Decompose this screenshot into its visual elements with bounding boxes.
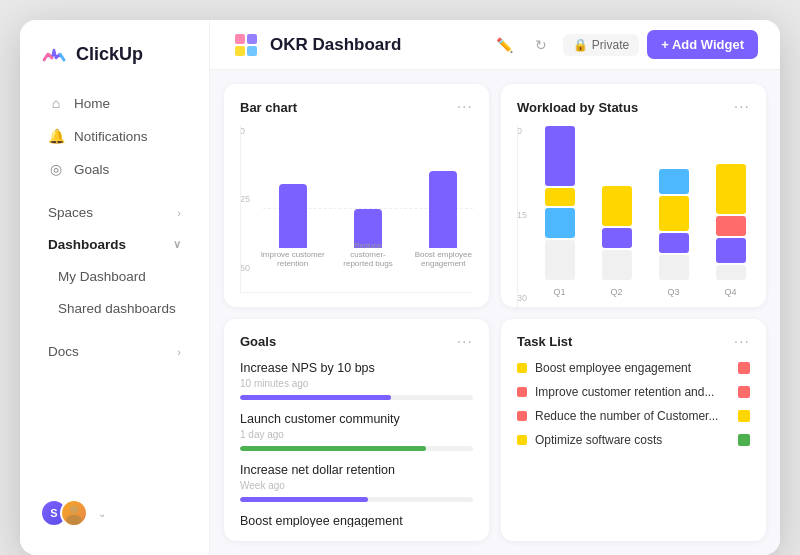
goal-item: Increase NPS by 10 bps10 minutes ago xyxy=(240,361,473,400)
workload-header: Workload by Status ··· xyxy=(517,98,750,116)
logo: ClickUp xyxy=(20,36,209,86)
bell-icon: 🔔 xyxy=(48,128,64,144)
task-name: Improve customer retention and... xyxy=(535,385,730,399)
goal-name: Increase NPS by 10 bps xyxy=(240,361,473,375)
chevron-down-icon: ∨ xyxy=(173,238,181,251)
stacked-segment xyxy=(545,126,575,186)
dashboard-grid-icon xyxy=(232,31,260,59)
task-item: Reduce the number of Customer... xyxy=(517,409,750,423)
task-flag xyxy=(738,362,750,374)
refresh-icon[interactable]: ↻ xyxy=(527,31,555,59)
goal-progress-bg xyxy=(240,497,473,502)
bar-fill xyxy=(429,171,457,248)
stacked-bar xyxy=(659,169,689,280)
bar-chart-header: Bar chart ··· xyxy=(240,98,473,116)
page-title: OKR Dashboard xyxy=(270,35,481,55)
bar-chart-content: Improve customer retentionReduce custome… xyxy=(240,126,473,293)
stacked-segment xyxy=(602,250,632,280)
private-label: Private xyxy=(592,38,629,52)
task-list-widget: Task List ··· Boost employee engagementI… xyxy=(501,319,766,542)
goal-name: Launch customer community xyxy=(240,412,473,426)
bar-chart-title: Bar chart xyxy=(240,100,457,115)
my-dashboard-label: My Dashboard xyxy=(58,269,146,284)
bar-fill xyxy=(279,184,307,248)
task-name: Reduce the number of Customer... xyxy=(535,409,730,423)
goal-progress-fill xyxy=(240,395,391,400)
bar-chart-area: 50 25 0 Improve customer retentionReduce… xyxy=(240,126,473,293)
stacked-segment xyxy=(545,208,575,238)
sidebar-item-goals[interactable]: ◎ Goals xyxy=(28,153,201,185)
bar-label-text: Reduce customer- reported bugs xyxy=(335,241,400,268)
svg-rect-2 xyxy=(235,34,245,44)
avatar-user xyxy=(60,499,88,527)
workload-chart-area: Q1Q2Q3Q4 xyxy=(517,126,750,307)
sidebar-footer: S ⌄ xyxy=(20,487,209,539)
sidebar-item-dashboards[interactable]: Dashboards ∨ xyxy=(28,229,201,260)
sidebar-item-my-dashboard[interactable]: My Dashboard xyxy=(28,261,201,292)
task-list-header: Task List ··· xyxy=(517,333,750,351)
lock-icon: 🔒 xyxy=(573,38,588,52)
stacked-segment xyxy=(602,228,632,248)
sidebar-item-shared-dashboards[interactable]: Shared dashboards xyxy=(28,293,201,324)
goal-progress-bg xyxy=(240,395,473,400)
sidebar-nav: ⌂ Home 🔔 Notifications ◎ Goals Spaces › … xyxy=(20,86,209,487)
sidebar-item-label-goals: Goals xyxy=(74,162,109,177)
svg-point-0 xyxy=(70,505,79,514)
bar-chart-menu[interactable]: ··· xyxy=(457,98,473,116)
goal-progress-fill xyxy=(240,446,426,451)
sidebar-item-label-home: Home xyxy=(74,96,110,111)
sidebar-item-docs[interactable]: Docs › xyxy=(28,336,201,367)
logo-text: ClickUp xyxy=(76,44,143,65)
goals-header: Goals ··· xyxy=(240,333,473,351)
target-icon: ◎ xyxy=(48,161,64,177)
goal-progress-fill xyxy=(240,497,368,502)
stacked-bar-label: Q1 xyxy=(553,287,565,297)
dashboard-grid: Bar chart ··· 50 25 0 Improve customer r… xyxy=(210,70,780,555)
stacked-bar-label: Q3 xyxy=(667,287,679,297)
task-name: Boost employee engagement xyxy=(535,361,730,375)
stacked-segment xyxy=(716,216,746,236)
stacked-segment xyxy=(602,186,632,226)
goal-item: Increase net dollar retentionWeek ago xyxy=(240,463,473,502)
task-status-dot xyxy=(517,435,527,445)
task-name: Optimize software costs xyxy=(535,433,730,447)
main-content: OKR Dashboard ✏️ ↻ 🔒 Private + Add Widge… xyxy=(210,20,780,555)
bar-wrapper: Boost employee engagement xyxy=(414,126,473,270)
stacked-segment xyxy=(659,255,689,280)
workload-menu[interactable]: ··· xyxy=(734,98,750,116)
sidebar-item-home[interactable]: ⌂ Home xyxy=(28,87,201,119)
stacked-group-wrapper: Q2 xyxy=(597,126,636,302)
workload-widget: Workload by Status ··· 30 15 0 Q1Q2Q3Q4 xyxy=(501,84,766,307)
stacked-bar-label: Q2 xyxy=(610,287,622,297)
goal-item: Boost employee engagement xyxy=(240,514,473,528)
stacked-segment xyxy=(545,188,575,206)
stacked-bar-label: Q4 xyxy=(724,287,736,297)
sidebar-item-spaces[interactable]: Spaces › xyxy=(28,197,201,228)
task-item: Optimize software costs xyxy=(517,433,750,447)
goals-list: Increase NPS by 10 bps10 minutes agoLaun… xyxy=(240,361,473,528)
topbar: OKR Dashboard ✏️ ↻ 🔒 Private + Add Widge… xyxy=(210,20,780,70)
stacked-segment xyxy=(659,169,689,194)
task-list-menu[interactable]: ··· xyxy=(734,333,750,351)
task-item: Boost employee engagement xyxy=(517,361,750,375)
stacked-bar xyxy=(716,164,746,280)
sidebar-item-notifications[interactable]: 🔔 Notifications xyxy=(28,120,201,152)
stacked-bar xyxy=(545,126,575,280)
goal-time: 1 day ago xyxy=(240,429,473,440)
spaces-label: Spaces xyxy=(48,205,93,220)
stacked-bar xyxy=(602,186,632,280)
edit-icon[interactable]: ✏️ xyxy=(491,31,519,59)
app-container: ClickUp ⌂ Home 🔔 Notifications ◎ Goals S… xyxy=(20,20,780,555)
goal-time: Week ago xyxy=(240,480,473,491)
add-widget-button[interactable]: + Add Widget xyxy=(647,30,758,59)
avatar-group: S xyxy=(40,499,88,527)
stacked-segment xyxy=(716,164,746,214)
goals-menu[interactable]: ··· xyxy=(457,333,473,351)
bar-wrapper: Improve customer retention xyxy=(263,126,322,270)
task-status-dot xyxy=(517,387,527,397)
stacked-segment xyxy=(716,265,746,280)
task-status-dot xyxy=(517,363,527,373)
workload-title: Workload by Status xyxy=(517,100,734,115)
private-badge: 🔒 Private xyxy=(563,34,639,56)
bar-chart-widget: Bar chart ··· 50 25 0 Improve customer r… xyxy=(224,84,489,307)
